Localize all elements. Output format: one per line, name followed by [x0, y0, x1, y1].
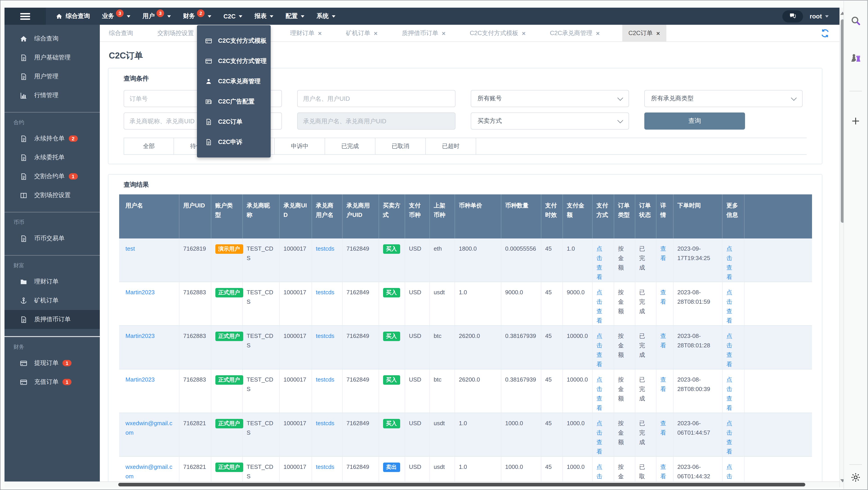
sidebar-item-perp-positions[interactable]: 永续持仓单2	[4, 129, 100, 148]
tab-miner-orders[interactable]: 矿机订单×	[344, 25, 379, 41]
acceptor-link[interactable]: testcds	[316, 376, 334, 383]
sidebar-item-pledge-orders[interactable]: 质押借币订单	[4, 310, 100, 329]
detail-link[interactable]: 查看	[660, 385, 666, 392]
tab-overview[interactable]: 综合查询	[107, 25, 135, 41]
nav-item-c2c[interactable]: C2C	[223, 13, 242, 20]
user-link[interactable]: wxedwin@gmail.com	[125, 463, 172, 480]
column-header-5: 承兑商用户名	[312, 194, 342, 238]
acceptor-link[interactable]: testcds	[316, 420, 334, 427]
horizontal-scrollbar[interactable]	[4, 482, 839, 487]
status-tab-appealing[interactable]: 申诉中	[275, 138, 325, 154]
detail-link[interactable]: 查看	[660, 298, 666, 305]
chevron-down-icon	[270, 15, 273, 19]
chess-extension-icon[interactable]	[850, 52, 861, 63]
account-type-select[interactable]: 所有账号	[471, 90, 629, 107]
acceptor-user-input[interactable]	[297, 113, 456, 129]
acceptor-link[interactable]: testcds	[316, 333, 334, 339]
user-link[interactable]: Martin2023	[125, 376, 155, 383]
menu-item-orders[interactable]: C2C订单	[197, 112, 271, 132]
user-link[interactable]: Martin2023	[125, 333, 155, 339]
close-icon[interactable]: ×	[656, 29, 660, 37]
pay-method-link[interactable]: 点击查看	[596, 273, 603, 280]
status-tab-canceled[interactable]: 已取消	[375, 138, 426, 154]
menu-item-pay-mgmt[interactable]: C2C支付方式管理	[197, 51, 271, 71]
toolbar-divider	[849, 91, 862, 91]
status-tab-expired[interactable]: 已超时	[426, 138, 476, 154]
acceptor-link[interactable]: testcds	[316, 289, 334, 296]
menu-item-pay-template[interactable]: C2C支付方式模板	[197, 31, 271, 51]
sidebar-item-perp-orders[interactable]: 永续委托单	[4, 148, 100, 167]
sidebar-item-market-mgmt[interactable]: 行情管理	[4, 86, 100, 105]
side-select[interactable]: 买卖方式	[471, 113, 629, 129]
nav-item-finance[interactable]: 财务2	[183, 12, 211, 20]
refresh-button[interactable]	[820, 29, 830, 37]
detail-link[interactable]: 查看	[660, 473, 666, 480]
status-tab-done[interactable]: 已完成	[325, 138, 375, 154]
acceptor-link[interactable]: testcds	[316, 245, 334, 252]
tab-wealth-orders[interactable]: 理财订单×	[288, 25, 323, 41]
acceptor-type-select[interactable]: 所有承兑商类型	[644, 90, 803, 107]
detail-link[interactable]: 查看	[660, 429, 666, 436]
sidebar-toggle-button[interactable]	[4, 8, 46, 25]
sidebar-item-wealth-orders[interactable]: 理财订单	[4, 272, 100, 291]
close-icon[interactable]: ×	[522, 29, 526, 37]
cell-pay-method: 点击查看	[592, 238, 614, 282]
app-viewport: 综合查询业务3用户3财务2C2C报表配置系统 root 综合查询用户基础管理用户…	[4, 8, 839, 487]
sidebar-item-overview[interactable]: 综合查询	[4, 29, 100, 48]
menu-item-ad-config[interactable]: C2C广告配置	[197, 91, 271, 112]
tab-delivery-risk[interactable]: 交割场控设置×	[156, 25, 203, 41]
detail-link[interactable]: 查看	[660, 255, 666, 261]
menu-item-acceptor-mgmt[interactable]: C2C承兑商管理	[197, 71, 271, 91]
status-tab-all[interactable]: 全部	[124, 138, 174, 154]
more-info-link[interactable]: 点击查看	[726, 404, 733, 411]
close-icon[interactable]: ×	[442, 29, 445, 37]
sidebar-item-spot-trades[interactable]: 币币交易单	[4, 229, 100, 248]
close-icon[interactable]: ×	[318, 29, 321, 37]
search-icon[interactable]	[850, 15, 861, 26]
more-info-link[interactable]: 点击查看	[726, 273, 733, 280]
gear-icon[interactable]	[850, 472, 861, 483]
sidebar-item-user-mgmt[interactable]: 用户管理	[4, 67, 100, 86]
query-button[interactable]: 查询	[644, 113, 745, 129]
table-header-row: 用户名用户UID账户类型承兑商昵称承兑商UID承兑商用户名承兑商用户UID买卖方…	[119, 194, 812, 238]
pay-method-link[interactable]: 点击查看	[596, 448, 603, 455]
tab-c2c-acceptor-mgmt[interactable]: C2C承兑商管理×	[548, 25, 601, 41]
tab-pledge-orders[interactable]: 质押借币订单×	[400, 25, 447, 41]
nav-item-overview[interactable]: 综合查询	[56, 12, 90, 20]
nav-item-system[interactable]: 系统	[316, 12, 335, 20]
cell-pay-window: 45	[541, 282, 562, 325]
user-link[interactable]: wxedwin@gmail.com	[125, 420, 172, 436]
sidebar-item-delivery-risk[interactable]: 交割场控设置	[4, 186, 100, 205]
browser-side-toolbar	[843, 1, 867, 489]
acceptor-link[interactable]: testcds	[316, 463, 334, 470]
more-info-link[interactable]: 点击查看	[726, 361, 733, 368]
more-info-link[interactable]: 点击查看	[726, 317, 733, 324]
sidebar-item-withdraw-orders[interactable]: 提现订单1	[4, 354, 100, 373]
sidebar-item-user-basic[interactable]: 用户基础管理	[4, 48, 100, 67]
nav-item-config[interactable]: 配置	[285, 12, 304, 20]
horizontal-scrollbar-thumb[interactable]	[118, 483, 805, 486]
user-menu[interactable]: root	[810, 12, 829, 20]
nav-item-reports[interactable]: 报表	[254, 12, 273, 20]
user-link[interactable]: test	[125, 245, 135, 252]
nav-item-users[interactable]: 用户3	[143, 12, 171, 20]
nav-item-business[interactable]: 业务3	[102, 12, 130, 20]
pay-method-link[interactable]: 点击查看	[596, 404, 603, 411]
tab-c2c-pay-template[interactable]: C2C支付方式模板×	[468, 25, 527, 41]
close-icon[interactable]: ×	[596, 29, 599, 37]
tab-c2c-orders[interactable]: C2C订单×	[622, 25, 666, 41]
user-input[interactable]	[297, 90, 456, 107]
pay-method-link[interactable]: 点击查看	[596, 317, 603, 324]
detail-link[interactable]: 查看	[660, 342, 666, 349]
messages-button[interactable]	[782, 10, 803, 22]
status-badge: 正式用户	[215, 375, 243, 385]
close-icon[interactable]: ×	[374, 29, 377, 37]
sidebar-item-miner-orders[interactable]: 矿机订单	[4, 291, 100, 310]
pay-method-link[interactable]: 点击查看	[596, 361, 603, 368]
menu-item-appeals[interactable]: C2C申诉	[197, 132, 271, 152]
sidebar-item-deposit-orders[interactable]: 充值订单1	[4, 373, 100, 392]
user-link[interactable]: Martin2023	[125, 289, 155, 296]
more-info-link[interactable]: 点击查看	[726, 448, 733, 455]
sidebar-item-delivery-contracts[interactable]: 交割合约单1	[4, 167, 100, 186]
add-icon[interactable]	[850, 116, 861, 126]
